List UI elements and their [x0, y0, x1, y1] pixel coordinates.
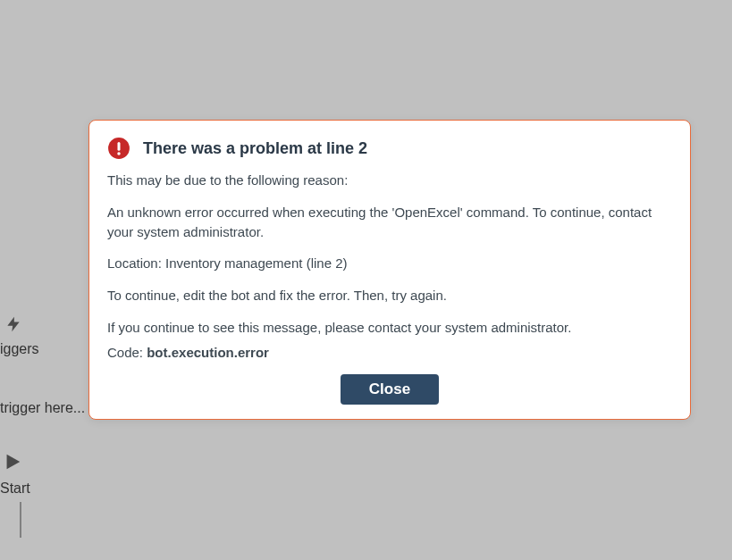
dialog-instruction: To continue, edit the bot and fix the er…: [107, 286, 672, 305]
dialog-reason: An unknown error occurred when executing…: [107, 203, 672, 242]
background-panel: iggers trigger here... Start: [0, 313, 98, 538]
svg-point-2: [117, 152, 120, 155]
dialog-location: Location: Inventory management (line 2): [107, 254, 672, 273]
code-label: Code:: [107, 345, 147, 360]
svg-rect-1: [117, 142, 120, 151]
close-button[interactable]: Close: [341, 374, 439, 405]
trigger-placeholder-text: trigger here...: [0, 400, 98, 416]
dialog-footer: Close: [107, 374, 672, 405]
dialog-intro: This may be due to the following reason:: [107, 171, 672, 190]
flow-connector: [20, 502, 21, 538]
code-value: bot.execution.error: [147, 345, 269, 360]
lightning-icon: [4, 313, 22, 336]
triggers-label: iggers: [0, 341, 98, 357]
error-dialog: There was a problem at line 2 This may b…: [88, 120, 691, 420]
play-icon: [3, 452, 22, 472]
dialog-title: There was a problem at line 2: [143, 139, 367, 158]
error-icon: [107, 137, 130, 160]
dialog-code-line: Code: bot.execution.error: [107, 343, 672, 363]
start-block: Start: [0, 452, 98, 538]
start-label: Start: [0, 481, 98, 497]
dialog-persistent: If you continue to see this message, ple…: [107, 318, 672, 338]
dialog-header: There was a problem at line 2: [107, 137, 672, 160]
dialog-body: This may be due to the following reason:…: [107, 171, 672, 362]
